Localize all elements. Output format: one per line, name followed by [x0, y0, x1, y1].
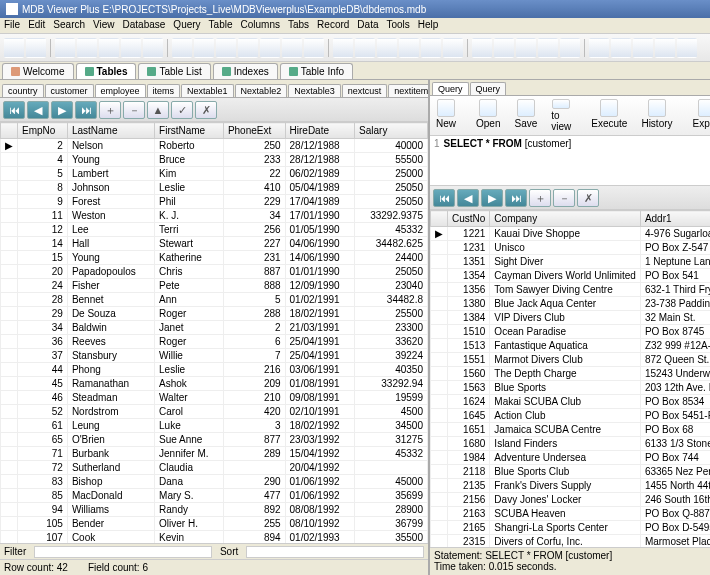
toolbar-btn-6[interactable]: [143, 38, 163, 58]
nav-first[interactable]: ⏮: [3, 101, 25, 119]
toolbar-btn-12[interactable]: [282, 38, 302, 58]
toolbar-btn-20[interactable]: [472, 38, 492, 58]
nav-post[interactable]: ✓: [171, 101, 193, 119]
table-tab-customer[interactable]: customer: [45, 84, 94, 97]
table-row[interactable]: 1680Island Finders6133 1/3 Stone Avenue: [431, 437, 711, 451]
query-btn-new[interactable]: New: [432, 98, 460, 133]
table-row[interactable]: 1624Makai SCUBA ClubPO Box 8534: [431, 395, 711, 409]
table-row[interactable]: 1560The Depth Charge15243 Underwater Fwy…: [431, 367, 711, 381]
nav-delete[interactable]: －: [123, 101, 145, 119]
menu-query[interactable]: Query: [173, 19, 200, 32]
toolbar-btn-22[interactable]: [516, 38, 536, 58]
table-tab-country[interactable]: country: [2, 84, 44, 97]
toolbar-btn-16[interactable]: [377, 38, 397, 58]
table-row[interactable]: 5LambertKim2206/02/198925000: [1, 167, 428, 181]
table-row[interactable]: 2165Shangri-La Sports CenterPO Box D-549…: [431, 521, 711, 535]
nav-next[interactable]: ▶: [51, 101, 73, 119]
table-row[interactable]: 71BurbankJennifer M.28915/04/199245332: [1, 447, 428, 461]
col-phoneext[interactable]: PhoneExt: [223, 123, 285, 139]
table-row[interactable]: 61LeungLuke318/02/199234500: [1, 419, 428, 433]
employee-grid[interactable]: EmpNoLastNameFirstNamePhoneExtHireDateSa…: [0, 122, 428, 543]
filter-input[interactable]: [34, 546, 212, 558]
toolbar-btn-25[interactable]: [589, 38, 609, 58]
table-row[interactable]: 11WestonK. J.3417/01/199033292.9375: [1, 209, 428, 223]
qnav-cancel[interactable]: ✗: [577, 189, 599, 207]
table-row[interactable]: 1563Blue Sports203 12th Ave. Box 746: [431, 381, 711, 395]
table-row[interactable]: 1510Ocean ParadisePO Box 8745: [431, 325, 711, 339]
toolbar-btn-3[interactable]: [77, 38, 97, 58]
toolbar-btn-0[interactable]: [4, 38, 24, 58]
query-grid[interactable]: CustNoCompanyAddr1Addr2▶1221Kauai Dive S…: [430, 210, 710, 547]
table-row[interactable]: 34BaldwinJanet221/03/199123300: [1, 321, 428, 335]
menu-edit[interactable]: Edit: [28, 19, 45, 32]
table-row[interactable]: 1231UniscoPO Box Z-547: [431, 241, 711, 255]
table-row[interactable]: 1984Adventure UnderseaPO Box 744: [431, 451, 711, 465]
table-row[interactable]: 15YoungKatherine23114/06/199024400: [1, 251, 428, 265]
toolbar-btn-23[interactable]: [538, 38, 558, 58]
menu-help[interactable]: Help: [418, 19, 439, 32]
table-row[interactable]: 9ForestPhil22917/04/198925050: [1, 195, 428, 209]
col-salary[interactable]: Salary: [355, 123, 428, 139]
sort-input[interactable]: [246, 546, 424, 558]
table-row[interactable]: 12LeeTerri25601/05/199045332: [1, 223, 428, 237]
query-tab-0[interactable]: Query: [432, 82, 469, 95]
toolbar-btn-2[interactable]: [55, 38, 75, 58]
table-row[interactable]: 52NordstromCarol42002/10/19914500: [1, 405, 428, 419]
table-row[interactable]: 1380Blue Jack Aqua Center23-738 Paddingt…: [431, 297, 711, 311]
table-row[interactable]: ▶1221Kauai Dive Shoppe4-976 Sugarloaf Hw…: [431, 227, 711, 241]
table-row[interactable]: 1513Fantastique AquaticaZ32 999 #12A-77 …: [431, 339, 711, 353]
table-row[interactable]: 29De SouzaRoger28818/02/199125500: [1, 307, 428, 321]
table-tab-nextcust[interactable]: nextcust: [342, 84, 388, 97]
toolbar-btn-8[interactable]: [194, 38, 214, 58]
toolbar-btn-17[interactable]: [399, 38, 419, 58]
toolbar-btn-10[interactable]: [238, 38, 258, 58]
query-btn-export[interactable]: Export: [689, 98, 710, 133]
table-row[interactable]: 105BenderOliver H.25508/10/199236799: [1, 517, 428, 531]
table-row[interactable]: 2163SCUBA HeavenPO Box Q-8874: [431, 507, 711, 521]
col-firstname[interactable]: FirstName: [155, 123, 224, 139]
table-row[interactable]: 83BishopDana29001/06/199245000: [1, 475, 428, 489]
menu-file[interactable]: File: [4, 19, 20, 32]
menu-record[interactable]: Record: [317, 19, 349, 32]
menu-database[interactable]: Database: [123, 19, 166, 32]
col-hiredate[interactable]: HireDate: [285, 123, 355, 139]
nav-last[interactable]: ⏭: [75, 101, 97, 119]
qnav-add[interactable]: ＋: [529, 189, 551, 207]
toolbar-btn-1[interactable]: [26, 38, 46, 58]
table-row[interactable]: 2135Frank's Divers Supply1455 North 44th…: [431, 479, 711, 493]
qnav-first[interactable]: ⏮: [433, 189, 455, 207]
toolbar-btn-7[interactable]: [172, 38, 192, 58]
view-tab-tables[interactable]: Tables: [76, 63, 137, 79]
qnav-prev[interactable]: ◀: [457, 189, 479, 207]
query-btn-to-view[interactable]: to view: [547, 98, 575, 133]
table-tab-nextable1[interactable]: Nextable1: [181, 84, 234, 97]
qnav-next[interactable]: ▶: [481, 189, 503, 207]
query-tab-1[interactable]: Query: [470, 82, 507, 95]
table-row[interactable]: 46SteadmanWalter21009/08/199119599: [1, 391, 428, 405]
toolbar-btn-14[interactable]: [333, 38, 353, 58]
menu-search[interactable]: Search: [53, 19, 85, 32]
table-row[interactable]: 94WilliamsRandy89208/08/199228900: [1, 503, 428, 517]
col-empno[interactable]: EmpNo: [18, 123, 68, 139]
table-tab-nextable2[interactable]: Nextable2: [235, 84, 288, 97]
table-row[interactable]: 24FisherPete88812/09/199023040: [1, 279, 428, 293]
table-tab-nextitem[interactable]: nextitem: [388, 84, 428, 97]
table-row[interactable]: 2156Davy Jones' Locker246 South 16th Pla…: [431, 493, 711, 507]
menu-tools[interactable]: Tools: [386, 19, 409, 32]
qcol-custno[interactable]: CustNo: [448, 211, 490, 227]
toolbar-btn-4[interactable]: [99, 38, 119, 58]
menu-view[interactable]: View: [93, 19, 115, 32]
table-row[interactable]: ▶2NelsonRoberto25028/12/198840000: [1, 139, 428, 153]
table-row[interactable]: 65O'BrienSue Anne87723/03/199231275: [1, 433, 428, 447]
view-tab-table-list[interactable]: Table List: [138, 63, 210, 79]
table-row[interactable]: 1356Tom Sawyer Diving Centre632-1 Third …: [431, 283, 711, 297]
menu-data[interactable]: Data: [357, 19, 378, 32]
nav-add[interactable]: ＋: [99, 101, 121, 119]
table-row[interactable]: 2118Blue Sports Club63365 Nez Perce Stre…: [431, 465, 711, 479]
table-row[interactable]: 1354Cayman Divers World UnlimitedPO Box …: [431, 269, 711, 283]
table-tab-items[interactable]: items: [147, 84, 181, 97]
view-tab-welcome[interactable]: Welcome: [2, 63, 74, 79]
toolbar-btn-21[interactable]: [494, 38, 514, 58]
table-row[interactable]: 45RamanathanAshok20901/08/199133292.94: [1, 377, 428, 391]
table-row[interactable]: 20PapadopoulosChris88701/01/199025050: [1, 265, 428, 279]
